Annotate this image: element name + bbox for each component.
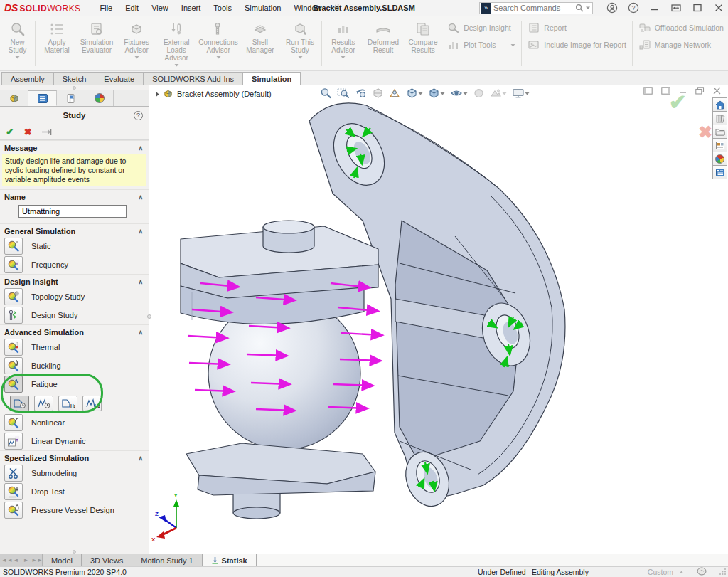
include-image-for-report-button[interactable]: Include Image for Report bbox=[528, 39, 626, 51]
study-type-static[interactable]: Static bbox=[0, 237, 149, 255]
section-view-button[interactable] bbox=[370, 86, 385, 100]
study-type-linear-dynamic[interactable]: Linear Dynamic bbox=[0, 432, 149, 450]
view-settings-button[interactable] bbox=[510, 86, 531, 100]
viewport-close-icon[interactable] bbox=[713, 87, 721, 95]
dropdown-arrow-icon[interactable] bbox=[341, 55, 346, 59]
dropdown-arrow-icon[interactable] bbox=[15, 55, 20, 59]
zoom-to-area-button[interactable] bbox=[336, 86, 351, 100]
study-type-thermal[interactable]: Thermal bbox=[0, 338, 149, 356]
tab-assembly[interactable]: Assembly bbox=[1, 72, 54, 85]
general-simulation-header[interactable]: General Simulation ∧ bbox=[0, 224, 149, 237]
manage-network-button[interactable]: Manage Network bbox=[638, 39, 724, 51]
ok-button[interactable]: ✔ bbox=[6, 126, 14, 137]
cancel-button[interactable]: ✖ bbox=[24, 127, 32, 137]
study-type-design-study[interactable]: Design Study bbox=[0, 306, 149, 324]
restore-button[interactable] bbox=[667, 1, 685, 15]
dropdown-arrow-icon[interactable] bbox=[510, 43, 515, 47]
confirmation-corner-cancel[interactable]: ✖ bbox=[698, 122, 712, 142]
design-library-button[interactable] bbox=[712, 111, 727, 125]
dropdown-arrow-icon[interactable] bbox=[298, 55, 303, 59]
name-section-header[interactable]: Name ∧ bbox=[0, 190, 149, 203]
study-type-nonlinear[interactable]: Nonlinear bbox=[0, 413, 149, 432]
dynamic-annotation-button[interactable] bbox=[387, 86, 402, 100]
panel-bottom-splitter[interactable] bbox=[0, 549, 149, 554]
bracket-assembly-model[interactable]: Y Z X bbox=[149, 85, 728, 554]
tab-model[interactable]: Model bbox=[43, 554, 82, 566]
tab-statisk[interactable]: Statisk bbox=[203, 554, 257, 566]
design-insight-header[interactable]: Design Insight ∧ bbox=[0, 275, 149, 287]
dropdown-arrow-icon[interactable] bbox=[463, 92, 468, 95]
dropdown-arrow-icon[interactable] bbox=[134, 55, 139, 59]
advanced-simulation-header[interactable]: Advanced Simulation ∧ bbox=[0, 325, 149, 338]
shell-manager-button[interactable]: Shell Manager bbox=[240, 18, 280, 69]
graphics-viewport[interactable]: Bracket Assembly (Default) bbox=[149, 85, 728, 554]
message-section-header[interactable]: Message ∧ bbox=[0, 141, 149, 154]
status-tag-icon[interactable] bbox=[697, 567, 707, 577]
view-orientation-button[interactable] bbox=[405, 86, 424, 100]
menu-file[interactable]: File bbox=[93, 1, 119, 14]
tab-solidworks-add-ins[interactable]: SOLIDWORKS Add-Ins bbox=[143, 72, 243, 85]
dropdown-arrow-icon[interactable] bbox=[216, 55, 221, 59]
compare-results-button[interactable]: Compare Results bbox=[403, 18, 443, 69]
search-commands-box[interactable]: » bbox=[479, 2, 593, 14]
menu-simulation[interactable]: Simulation bbox=[238, 1, 287, 14]
results-advisor-button[interactable]: Results Advisor bbox=[323, 18, 363, 69]
search-input[interactable] bbox=[493, 4, 575, 12]
menu-window[interactable]: Window bbox=[287, 1, 328, 14]
zoom-to-fit-button[interactable] bbox=[318, 86, 333, 100]
file-explorer-button[interactable] bbox=[712, 125, 727, 139]
pin-menu-icon[interactable] bbox=[330, 4, 339, 13]
menu-insert[interactable]: Insert bbox=[175, 1, 208, 14]
report-button[interactable]: Report bbox=[528, 22, 626, 33]
previous-view-button[interactable] bbox=[353, 86, 368, 100]
external-loads-advisor-button[interactable]: External Loads Advisor bbox=[156, 18, 196, 69]
appearances-button[interactable] bbox=[712, 152, 727, 166]
scroll-first-tab-button[interactable]: ◄◄ bbox=[1, 557, 11, 563]
panel-splitter-handle[interactable] bbox=[0, 85, 149, 90]
close-button[interactable] bbox=[710, 1, 728, 15]
panel-viewport-splitter[interactable] bbox=[147, 314, 151, 319]
dropdown-arrow-icon[interactable] bbox=[174, 63, 179, 67]
menu-tools[interactable]: Tools bbox=[207, 1, 238, 14]
fatigue-constant-amplitude-button[interactable] bbox=[10, 396, 29, 411]
confirmation-corner-ok[interactable]: ✔ bbox=[669, 90, 687, 115]
apply-material-button[interactable]: Apply Material bbox=[37, 18, 77, 69]
display-manager-tab[interactable] bbox=[85, 90, 114, 106]
study-type-submodeling[interactable]: Submodeling bbox=[0, 464, 149, 482]
units-dropdown-icon[interactable] bbox=[679, 571, 684, 574]
study-help-icon[interactable]: ? bbox=[134, 111, 143, 120]
keep-visible-pin-icon[interactable] bbox=[42, 128, 52, 136]
run-this-study-button[interactable]: Run This Study bbox=[280, 18, 320, 69]
configuration-manager-tab[interactable] bbox=[57, 90, 85, 106]
search-dropdown-icon[interactable] bbox=[585, 6, 591, 10]
design-insight-button[interactable]: Design Insight bbox=[447, 22, 515, 33]
menu-edit[interactable]: Edit bbox=[119, 1, 145, 14]
study-type-drop-test[interactable]: Drop Test bbox=[0, 482, 149, 501]
custom-properties-button[interactable] bbox=[712, 165, 727, 179]
study-type-topology[interactable]: Topology Study bbox=[0, 287, 149, 306]
scroll-next-tab-button[interactable]: ► bbox=[21, 557, 31, 563]
resize-grip[interactable] bbox=[719, 568, 727, 576]
menu-view[interactable]: View bbox=[145, 1, 175, 14]
fatigue-random-vibration-button[interactable]: Hz bbox=[82, 396, 102, 411]
tab-motion-study-1[interactable]: Motion Study 1 bbox=[132, 554, 202, 566]
offloaded-simulation-button[interactable]: Offloaded Simulation bbox=[638, 22, 724, 33]
plot-tools-button[interactable]: Plot Tools bbox=[447, 39, 515, 51]
search-icon[interactable] bbox=[575, 4, 584, 12]
feature-manager-tab[interactable] bbox=[0, 90, 28, 106]
home-tab-button[interactable] bbox=[712, 97, 727, 112]
dropdown-arrow-icon[interactable] bbox=[502, 92, 507, 95]
apply-scene-button[interactable] bbox=[488, 86, 508, 100]
tab-3d-views[interactable]: 3D Views bbox=[82, 554, 132, 566]
minimize-button[interactable] bbox=[646, 1, 664, 15]
property-manager-tab[interactable] bbox=[28, 90, 57, 106]
study-type-frequency[interactable]: Frequency bbox=[0, 255, 149, 274]
simulation-evaluator-button[interactable]: Simulation Evaluator bbox=[77, 18, 117, 69]
maximize-button[interactable] bbox=[688, 1, 707, 15]
study-type-buckling[interactable]: Buckling bbox=[0, 356, 149, 375]
display-style-button[interactable] bbox=[427, 86, 446, 100]
scroll-last-tab-button[interactable]: ►► bbox=[31, 557, 41, 563]
expand-arrow-icon[interactable] bbox=[155, 91, 159, 97]
scroll-prev-tab-button[interactable]: ◄ bbox=[11, 557, 21, 563]
help-button[interactable]: ? bbox=[624, 1, 643, 15]
